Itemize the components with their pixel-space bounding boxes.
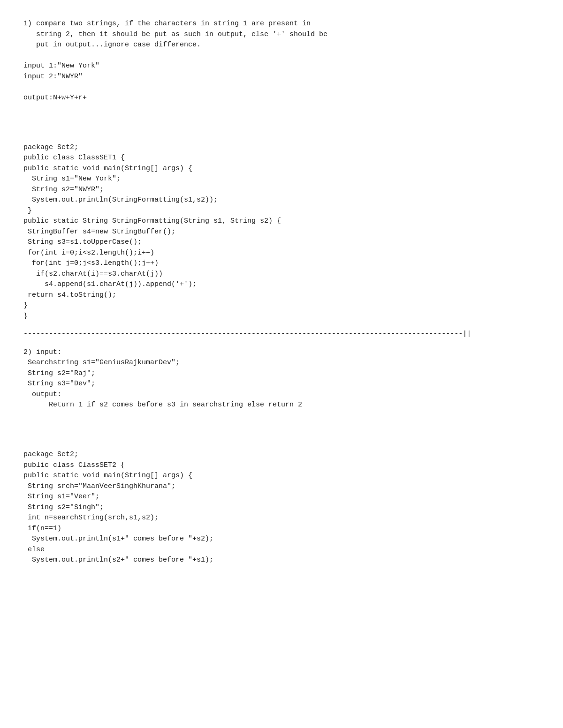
problem1-code-block: package Set2; public class ClassSET1 { p… — [23, 143, 540, 322]
problem1-description: 1) compare two strings, if the character… — [23, 19, 540, 103]
problem2-code-block: package Set2; public class ClassSET2 { p… — [23, 450, 540, 566]
page-content: 1) compare two strings, if the character… — [23, 19, 540, 566]
problem2-desc-text: 2) input: Searchstring s1="GeniusRajkuma… — [23, 347, 540, 411]
divider-text: ----------------------------------------… — [23, 329, 540, 340]
divider-line: ----------------------------------------… — [23, 329, 540, 340]
problem2-description: 2) input: Searchstring s1="GeniusRajkuma… — [23, 347, 540, 411]
problem2-code-text: package Set2; public class ClassSET2 { p… — [23, 450, 540, 566]
problem1-desc-text: 1) compare two strings, if the character… — [23, 19, 540, 103]
problem1-code-text: package Set2; public class ClassSET1 { p… — [23, 143, 540, 322]
